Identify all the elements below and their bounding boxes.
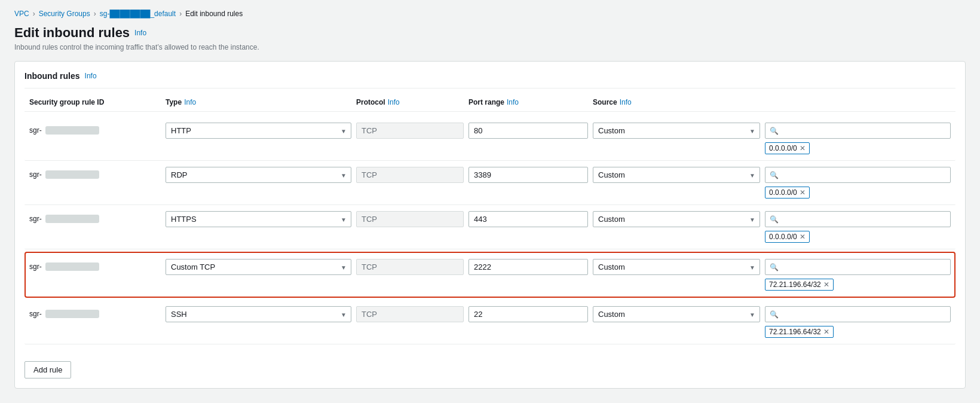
inbound-rules-panel: Inbound rules Info Security group rule I… xyxy=(14,61,966,389)
cidr-remove-button[interactable]: ✕ xyxy=(823,328,829,335)
page-info-link[interactable]: Info xyxy=(134,29,146,37)
source-info-link[interactable]: Info xyxy=(620,98,632,106)
type-select-wrapper: HTTPS HTTP HTTPS SSH RDP Custom TCP Cust… xyxy=(166,211,351,227)
sgr-label: sgr- xyxy=(29,215,42,223)
port-range-cell xyxy=(468,211,588,227)
source-select[interactable]: Custom Anywhere-IPv4 Anywhere-IPv6 My IP… xyxy=(593,123,760,139)
protocol-cell xyxy=(356,211,464,227)
port-range-cell xyxy=(468,306,588,322)
cidr-remove-button[interactable]: ✕ xyxy=(800,145,806,152)
source-search-wrapper: 🔍 xyxy=(765,259,951,275)
source-search-wrapper: 🔍 xyxy=(765,123,951,139)
sgr-id-cell: sgr- xyxy=(29,211,161,223)
cidr-remove-button[interactable]: ✕ xyxy=(823,281,829,288)
protocol-field xyxy=(356,211,464,227)
search-icon: 🔍 xyxy=(770,127,779,135)
protocol-cell xyxy=(356,259,464,275)
source-search-input[interactable] xyxy=(765,123,951,139)
source-select-wrapper: Custom Anywhere-IPv4 Anywhere-IPv6 My IP… xyxy=(593,211,760,227)
page-title: Edit inbound rules xyxy=(14,25,130,41)
table-row: sgr- HTTP HTTP HTTPS SSH RDP Custom TCP … xyxy=(24,117,956,161)
sgr-id-cell: sgr- xyxy=(29,306,161,318)
type-select[interactable]: HTTP HTTP HTTPS SSH RDP Custom TCP Custo… xyxy=(166,123,351,139)
source-select[interactable]: Custom Anywhere-IPv4 Anywhere-IPv6 My IP… xyxy=(593,306,760,322)
cidr-tag: 0.0.0.0/0 ✕ xyxy=(765,142,951,154)
sgr-id-cell: sgr- xyxy=(29,167,161,179)
sgr-redacted xyxy=(45,310,99,318)
port-range-field[interactable] xyxy=(468,306,588,322)
type-select-wrapper: SSH HTTP HTTPS SSH RDP Custom TCP Custom… xyxy=(166,306,351,322)
col-header-port-range: Port range Info xyxy=(468,98,588,106)
port-range-cell xyxy=(468,259,588,275)
port-range-field[interactable] xyxy=(468,259,588,275)
source-select-wrapper: Custom Anywhere-IPv4 Anywhere-IPv6 My IP… xyxy=(593,306,760,322)
panel-info-link[interactable]: Info xyxy=(85,72,97,80)
type-select[interactable]: HTTPS HTTP HTTPS SSH RDP Custom TCP Cust… xyxy=(166,211,351,227)
cidr-remove-button[interactable]: ✕ xyxy=(800,189,806,196)
source-select-wrapper: Custom Anywhere-IPv4 Anywhere-IPv6 My IP… xyxy=(593,167,760,183)
search-icon: 🔍 xyxy=(770,215,779,224)
cidr-tag: 72.21.196.64/32 ✕ xyxy=(765,326,951,338)
port-range-info-link[interactable]: Info xyxy=(507,98,519,106)
type-select[interactable]: SSH HTTP HTTPS SSH RDP Custom TCP Custom… xyxy=(166,306,351,322)
sgr-redacted xyxy=(45,170,99,179)
source-select[interactable]: Custom Anywhere-IPv4 Anywhere-IPv6 My IP… xyxy=(593,167,760,183)
col-header-protocol: Protocol Info xyxy=(356,98,464,106)
breadcrumb-sg-id[interactable]: sg-████████_default xyxy=(100,10,176,18)
table-row: sgr- SSH HTTP HTTPS SSH RDP Custom TCP C… xyxy=(24,300,956,344)
source-select-wrapper: Custom Anywhere-IPv4 Anywhere-IPv6 My IP… xyxy=(593,123,760,139)
protocol-field xyxy=(356,259,464,275)
source-search-wrapper: 🔍 xyxy=(765,211,951,227)
source-search-input[interactable] xyxy=(765,306,951,322)
col-header-source: Source Info xyxy=(593,98,760,106)
panel-title: Inbound rules xyxy=(24,71,80,81)
breadcrumb-vpc[interactable]: VPC xyxy=(14,10,29,18)
source-search-input[interactable] xyxy=(765,259,951,275)
cidr-tag: 0.0.0.0/0 ✕ xyxy=(765,231,951,243)
table-row: sgr- RDP HTTP HTTPS SSH RDP Custom TCP C… xyxy=(24,161,956,205)
cidr-tag: 72.21.196.64/32 ✕ xyxy=(765,279,951,291)
page-title-container: Edit inbound rules Info xyxy=(14,25,966,41)
sgr-redacted xyxy=(45,126,99,135)
protocol-cell xyxy=(356,306,464,322)
port-range-field[interactable] xyxy=(468,167,588,183)
breadcrumb: VPC › Security Groups › sg-████████_defa… xyxy=(14,10,966,18)
search-icon: 🔍 xyxy=(770,263,779,271)
cidr-remove-button[interactable]: ✕ xyxy=(800,233,806,240)
source-value-col: 🔍 0.0.0.0/0 ✕ xyxy=(765,123,951,154)
table-row: sgr- HTTPS HTTP HTTPS SSH RDP Custom TCP… xyxy=(24,205,956,249)
sgr-redacted xyxy=(45,262,99,271)
cidr-tag: 0.0.0.0/0 ✕ xyxy=(765,187,951,199)
protocol-info-link[interactable]: Info xyxy=(388,98,400,106)
sgr-label: sgr- xyxy=(29,310,42,318)
protocol-field xyxy=(356,123,464,139)
add-rule-button[interactable]: Add rule xyxy=(24,361,71,378)
type-select[interactable]: RDP HTTP HTTPS SSH RDP Custom TCP Custom… xyxy=(166,167,351,183)
sgr-redacted xyxy=(45,215,99,223)
source-search-input[interactable] xyxy=(765,211,951,227)
cidr-value: 0.0.0.0/0 xyxy=(769,233,797,241)
source-value-col: 🔍 72.21.196.64/32 ✕ xyxy=(765,306,951,338)
panel-header: Inbound rules Info xyxy=(24,71,956,88)
port-range-field[interactable] xyxy=(468,211,588,227)
type-info-link[interactable]: Info xyxy=(184,98,196,106)
source-select[interactable]: Custom Anywhere-IPv4 Anywhere-IPv6 My IP… xyxy=(593,211,760,227)
port-range-field[interactable] xyxy=(468,123,588,139)
cidr-value: 0.0.0.0/0 xyxy=(769,144,797,152)
breadcrumb-security-groups[interactable]: Security Groups xyxy=(39,10,90,18)
source-value-col: 🔍 72.21.196.64/32 ✕ xyxy=(765,259,951,291)
source-search-input[interactable] xyxy=(765,167,951,183)
type-select-wrapper: HTTP HTTP HTTPS SSH RDP Custom TCP Custo… xyxy=(166,123,351,139)
cidr-value: 72.21.196.64/32 xyxy=(769,280,821,289)
port-range-cell xyxy=(468,167,588,183)
breadcrumb-current: Edit inbound rules xyxy=(185,10,243,18)
source-select[interactable]: Custom Anywhere-IPv4 Anywhere-IPv6 My IP… xyxy=(593,259,760,275)
protocol-field xyxy=(356,167,464,183)
protocol-cell xyxy=(356,167,464,183)
type-select[interactable]: Custom TCP HTTP HTTPS SSH RDP Custom TCP… xyxy=(166,259,351,275)
type-select-wrapper: Custom TCP HTTP HTTPS SSH RDP Custom TCP… xyxy=(166,259,351,275)
search-icon: 🔍 xyxy=(770,171,779,179)
source-value-col: 🔍 0.0.0.0/0 ✕ xyxy=(765,211,951,243)
sgr-label: sgr- xyxy=(29,126,42,135)
type-select-wrapper: RDP HTTP HTTPS SSH RDP Custom TCP Custom… xyxy=(166,167,351,183)
